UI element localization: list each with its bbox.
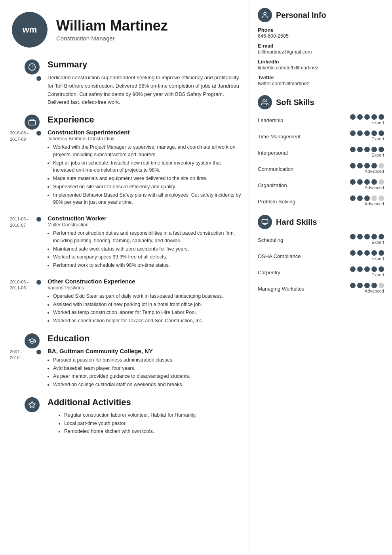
skill-dots-row	[350, 234, 384, 239]
twitter-value: twitter.com/billfmartinez	[258, 81, 384, 86]
skill-level-label: Expert	[371, 153, 384, 157]
job-bullets-2: Performed construction duties and respon…	[48, 230, 242, 269]
skill-dot	[379, 234, 384, 239]
candidate-title: Construction Manager	[56, 35, 168, 42]
experience-icon	[25, 115, 40, 130]
job-title-1: Construction Superintendent	[48, 129, 242, 136]
skill-dot	[350, 163, 356, 168]
header-info: William Martinez Construction Manager	[56, 18, 168, 42]
personal-info-icon	[258, 8, 272, 22]
skill-name: Time Management	[258, 134, 301, 140]
bullet: Worked on college custodial staff on wee…	[53, 381, 242, 388]
skill-item: SchedulingExpert	[258, 234, 384, 245]
bullet: Local part-time youth pastor.	[64, 420, 242, 427]
job-item-1: 2016-08 - 2017-09 Construction Superinte…	[48, 129, 242, 206]
skill-item: InterpersonalExpert	[258, 147, 384, 157]
skill-row: InterpersonalExpert	[258, 147, 384, 157]
additional-bullets: Regular construction laborer volunteer, …	[59, 411, 242, 435]
skill-dots-container: Advanced	[350, 179, 384, 190]
skill-dot	[350, 130, 356, 136]
skill-dot	[364, 130, 370, 136]
job-date-3: 2010-06 - 2011-05	[10, 279, 29, 291]
bullet: Worked to company specs 99.9% free of al…	[53, 253, 242, 261]
edu-item-1: 2007 - 2010 BA, Guttman Community Colleg…	[48, 348, 242, 388]
job-item-2: 2011-06 - 2016-07 Construction Worker Mu…	[48, 215, 242, 269]
skill-dot	[379, 179, 384, 185]
skill-dots-container: Expert	[350, 250, 384, 261]
skill-dot	[357, 163, 363, 168]
skill-row: LeadershipExpert	[258, 114, 384, 125]
skill-dot	[357, 250, 363, 256]
bullet: Performed work to schedule with 98% on-t…	[53, 262, 242, 269]
job-bullets-1: Worked with the Project Manager to super…	[48, 144, 242, 206]
skill-dot	[371, 283, 377, 288]
skill-dot	[357, 195, 363, 201]
skill-name: Organization	[258, 182, 287, 188]
soft-skills-title: Soft Skills	[276, 98, 314, 107]
skill-name: Carpentry	[258, 270, 280, 276]
skill-dot	[371, 114, 377, 120]
svg-marker-4	[29, 402, 36, 408]
skill-dot	[371, 130, 377, 136]
resume-header: wm William Martinez Construction Manager	[12, 12, 242, 48]
linkedin-label: LinkedIn	[258, 59, 384, 65]
experience-title: Experience	[48, 115, 94, 125]
skill-dots-row	[350, 195, 384, 201]
skill-dot	[371, 266, 377, 272]
job-dot-3	[36, 280, 41, 285]
summary-title: Summary	[48, 59, 87, 70]
skill-dot	[371, 195, 377, 201]
email-label: E-mail	[258, 43, 384, 49]
summary-dot	[36, 76, 41, 81]
skill-name: Managing Worksites	[258, 286, 304, 292]
svg-point-5	[264, 12, 266, 15]
skill-dot	[350, 195, 356, 201]
skill-dot	[379, 250, 384, 256]
skill-dots-container: Expert	[350, 234, 384, 245]
twitter-label: Twitter	[258, 75, 384, 80]
job-date-1: 2016-08 - 2017-09	[10, 130, 29, 142]
skill-level-label: Expert	[371, 272, 384, 277]
skill-level-label: Advanced	[365, 289, 384, 293]
skill-name: Communication	[258, 166, 293, 172]
skill-level-label: Advanced	[365, 185, 384, 190]
bullet: Made sure materials and equipment were d…	[53, 175, 242, 182]
skill-dot	[364, 179, 370, 185]
hard-skills-header: Hard Skills	[258, 215, 384, 229]
right-column: Personal Info Phone 646-600-2505 E-mail …	[249, 0, 392, 555]
skill-dots-row	[350, 283, 384, 288]
experience-timeline: 2016-08 - 2017-09 Construction Superinte…	[48, 129, 242, 325]
bullet: Regular construction laborer volunteer, …	[64, 411, 242, 419]
bullet: Performed construction duties and respon…	[53, 230, 242, 245]
skill-item: OSHA ComplianceExpert	[258, 250, 384, 261]
education-heading-row: Education	[48, 333, 242, 344]
skill-row: Managing WorksitesAdvanced	[258, 283, 384, 293]
skill-dot	[379, 114, 384, 120]
phone-value: 646-600-2505	[258, 33, 384, 39]
personal-info-title: Personal Info	[276, 11, 326, 20]
soft-skills-icon	[258, 95, 272, 109]
skill-row: SchedulingExpert	[258, 234, 384, 245]
skill-name: Interpersonal	[258, 150, 288, 156]
svg-rect-3	[29, 121, 36, 125]
skill-name: Leadership	[258, 117, 283, 123]
edu-dot-1	[36, 350, 41, 354]
education-icon	[25, 333, 40, 348]
skill-dot	[371, 250, 377, 256]
skill-level-label: Expert	[371, 240, 384, 245]
skill-level-label: Expert	[371, 120, 384, 125]
experience-section: Experience 2016-08 - 2017-09 Constructio…	[8, 115, 242, 325]
skill-dots-row	[350, 179, 384, 185]
skill-dots-container: Advanced	[350, 195, 384, 206]
skill-item: Managing WorksitesAdvanced	[258, 283, 384, 293]
degree-title-1: BA, Guttman Community College, NY	[48, 348, 242, 354]
skill-dot	[379, 130, 384, 136]
skill-dots-row	[350, 266, 384, 272]
skill-level-label: Expert	[371, 256, 384, 261]
skill-dot	[357, 266, 363, 272]
skill-item: OrganizationAdvanced	[258, 179, 384, 190]
soft-skills-header: Soft Skills	[258, 95, 384, 109]
hard-skills-icon	[258, 215, 272, 229]
skill-dot	[357, 283, 363, 288]
skill-dots-row	[350, 147, 384, 152]
